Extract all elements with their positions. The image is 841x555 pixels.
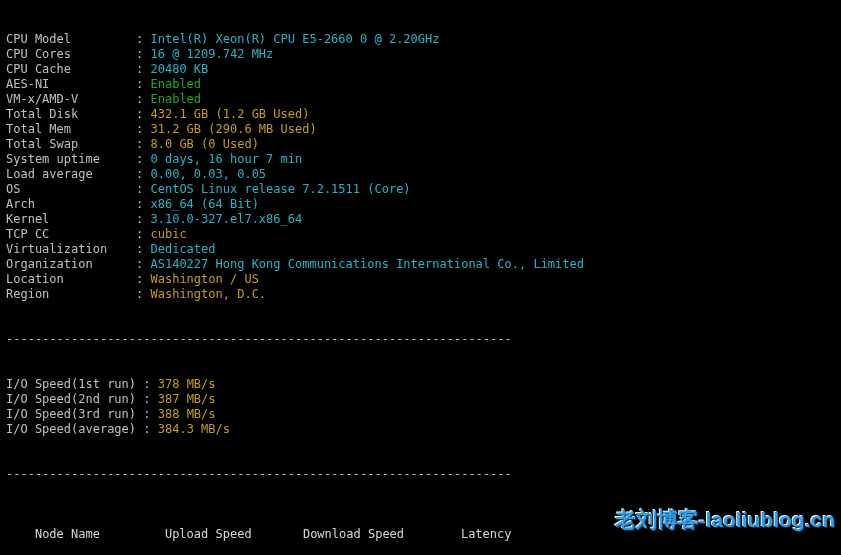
info-value: x86_64 (64 Bit) — [151, 197, 259, 211]
info-label: Total Mem — [6, 122, 136, 137]
info-value: Enabled — [151, 77, 202, 91]
info-row: Location : Washington / US — [6, 272, 835, 287]
info-label: Region — [6, 287, 136, 302]
colon: : — [136, 227, 150, 241]
info-row: Arch : x86_64 (64 Bit) — [6, 197, 835, 212]
io-row: I/O Speed(2nd run) : 387 MB/s — [6, 392, 835, 407]
info-label: Total Disk — [6, 107, 136, 122]
io-value: 387 MB/s — [158, 392, 216, 406]
info-label: CPU Cache — [6, 62, 136, 77]
info-row: VM-x/AMD-V : Enabled — [6, 92, 835, 107]
info-row: TCP CC : cubic — [6, 227, 835, 242]
io-value: 384.3 MB/s — [158, 422, 230, 436]
info-label: Total Swap — [6, 137, 136, 152]
info-label: Organization — [6, 257, 136, 272]
info-value: 432.1 GB (1.2 GB Used) — [151, 107, 310, 121]
colon: : — [136, 122, 150, 136]
header-latency: Latency — [461, 527, 512, 542]
info-value: 16 @ 1209.742 MHz — [151, 47, 274, 61]
info-value: CentOS Linux release 7.2.1511 (Core) — [151, 182, 411, 196]
info-value: 0.00, 0.03, 0.05 — [151, 167, 267, 181]
colon: : — [143, 377, 157, 391]
io-label: I/O Speed(1st run) — [6, 377, 143, 392]
info-row: OS : CentOS Linux release 7.2.1511 (Core… — [6, 182, 835, 197]
header-node: Node Name — [35, 527, 165, 542]
info-row: CPU Cores : 16 @ 1209.742 MHz — [6, 47, 835, 62]
io-row: I/O Speed(1st run) : 378 MB/s — [6, 377, 835, 392]
io-label: I/O Speed(average) — [6, 422, 143, 437]
info-row: Total Swap : 8.0 GB (0 Used) — [6, 137, 835, 152]
info-value: 31.2 GB (290.6 MB Used) — [151, 122, 317, 136]
terminal-output: CPU Model : Intel(R) Xeon(R) CPU E5-2660… — [0, 0, 841, 555]
info-row: CPU Cache : 20480 KB — [6, 62, 835, 77]
info-value: 8.0 GB (0 Used) — [151, 137, 259, 151]
info-label: Load average — [6, 167, 136, 182]
divider: ----------------------------------------… — [6, 332, 835, 347]
colon: : — [136, 167, 150, 181]
colon: : — [143, 407, 157, 421]
colon: : — [136, 272, 150, 286]
info-row: CPU Model : Intel(R) Xeon(R) CPU E5-2660… — [6, 32, 835, 47]
info-label: OS — [6, 182, 136, 197]
colon: : — [136, 242, 150, 256]
info-value: 0 days, 16 hour 7 min — [151, 152, 303, 166]
header-download: Download Speed — [303, 527, 461, 542]
info-label: Virtualization — [6, 242, 136, 257]
colon: : — [136, 197, 150, 211]
io-value: 388 MB/s — [158, 407, 216, 421]
watermark-text: 老刘博客-laoliublog.cn — [615, 512, 836, 527]
info-label: CPU Cores — [6, 47, 136, 62]
info-label: AES-NI — [6, 77, 136, 92]
colon: : — [136, 137, 150, 151]
colon: : — [136, 287, 150, 301]
header-upload: Upload Speed — [165, 527, 303, 542]
info-row: Total Mem : 31.2 GB (290.6 MB Used) — [6, 122, 835, 137]
info-row: Organization : AS140227 Hong Kong Commun… — [6, 257, 835, 272]
colon: : — [136, 47, 150, 61]
info-value: AS140227 Hong Kong Communications Intern… — [151, 257, 584, 271]
system-info-block: CPU Model : Intel(R) Xeon(R) CPU E5-2660… — [6, 32, 835, 302]
info-label: Arch — [6, 197, 136, 212]
colon: : — [136, 107, 150, 121]
info-value: 3.10.0-327.el7.x86_64 — [151, 212, 303, 226]
io-label: I/O Speed(3rd run) — [6, 407, 143, 422]
info-label: CPU Model — [6, 32, 136, 47]
io-row: I/O Speed(3rd run) : 388 MB/s — [6, 407, 835, 422]
colon: : — [136, 152, 150, 166]
colon: : — [136, 182, 150, 196]
colon: : — [136, 212, 150, 226]
info-row: Load average : 0.00, 0.03, 0.05 — [6, 167, 835, 182]
info-row: Total Disk : 432.1 GB (1.2 GB Used) — [6, 107, 835, 122]
info-label: System uptime — [6, 152, 136, 167]
info-row: Region : Washington, D.C. — [6, 287, 835, 302]
colon: : — [136, 257, 150, 271]
info-value: Intel(R) Xeon(R) CPU E5-2660 0 @ 2.20GHz — [151, 32, 440, 46]
info-value: Enabled — [151, 92, 202, 106]
info-value: Dedicated — [151, 242, 216, 256]
io-row: I/O Speed(average) : 384.3 MB/s — [6, 422, 835, 437]
colon: : — [136, 62, 150, 76]
info-row: Kernel : 3.10.0-327.el7.x86_64 — [6, 212, 835, 227]
colon: : — [143, 392, 157, 406]
info-row: Virtualization : Dedicated — [6, 242, 835, 257]
io-value: 378 MB/s — [158, 377, 216, 391]
info-row: System uptime : 0 days, 16 hour 7 min — [6, 152, 835, 167]
info-label: Kernel — [6, 212, 136, 227]
info-value: 20480 KB — [151, 62, 209, 76]
io-speed-block: I/O Speed(1st run) : 378 MB/sI/O Speed(2… — [6, 377, 835, 437]
io-label: I/O Speed(2nd run) — [6, 392, 143, 407]
info-value: cubic — [151, 227, 187, 241]
info-value: Washington, D.C. — [151, 287, 267, 301]
info-value: Washington / US — [151, 272, 259, 286]
divider: ----------------------------------------… — [6, 467, 835, 482]
colon: : — [136, 32, 150, 46]
colon: : — [136, 92, 150, 106]
colon: : — [143, 422, 157, 436]
info-label: TCP CC — [6, 227, 136, 242]
info-row: AES-NI : Enabled — [6, 77, 835, 92]
info-label: Location — [6, 272, 136, 287]
info-label: VM-x/AMD-V — [6, 92, 136, 107]
colon: : — [136, 77, 150, 91]
